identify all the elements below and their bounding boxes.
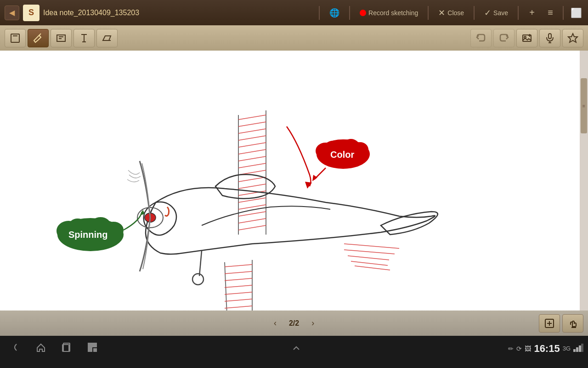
android-home-button[interactable] xyxy=(35,341,47,356)
svg-rect-94 xyxy=(573,349,576,352)
svg-line-40 xyxy=(225,271,252,274)
globe-icon: 🌐 xyxy=(329,8,339,18)
android-nav-center xyxy=(201,342,392,355)
bottom-right-buttons xyxy=(539,314,583,333)
svg-rect-93 xyxy=(96,351,96,351)
svg-rect-95 xyxy=(576,347,578,352)
scroll-thumb[interactable]: ≡ xyxy=(581,78,587,133)
svg-line-2 xyxy=(39,34,41,35)
svg-rect-88 xyxy=(94,344,96,346)
pen-tool-button[interactable] xyxy=(28,29,49,47)
svg-rect-87 xyxy=(89,344,91,346)
favorite-button[interactable] xyxy=(562,29,583,47)
close-icon: ✕ xyxy=(438,8,445,18)
signal-bars xyxy=(573,344,583,353)
svg-marker-17 xyxy=(568,34,577,42)
insert-image-button[interactable] xyxy=(516,29,537,47)
record-sketching-button[interactable]: Record sketching xyxy=(356,7,422,18)
add-page-button[interactable] xyxy=(539,314,560,333)
svg-point-62 xyxy=(192,274,204,285)
svg-line-57 xyxy=(351,261,388,265)
separator xyxy=(428,6,429,20)
android-nav-left xyxy=(0,341,201,356)
svg-line-29 xyxy=(238,177,266,182)
separator xyxy=(563,6,564,20)
svg-line-55 xyxy=(344,250,395,254)
android-nav-bar: ✏ ⟳ 🖼 16:15 3G xyxy=(0,336,588,361)
svg-line-58 xyxy=(355,266,390,270)
svg-line-21 xyxy=(238,122,266,126)
next-page-button[interactable]: › xyxy=(306,316,320,330)
separator xyxy=(319,6,320,20)
clock-display: 16:15 xyxy=(534,343,560,355)
svg-line-26 xyxy=(238,156,266,161)
app-icon: S xyxy=(23,5,40,21)
svg-line-24 xyxy=(238,143,266,147)
add-icon: + xyxy=(529,7,535,18)
save-check-icon: ✓ xyxy=(484,8,491,18)
previous-page-button[interactable]: ‹ xyxy=(268,316,282,330)
svg-rect-90 xyxy=(94,349,95,350)
svg-rect-97 xyxy=(581,344,583,352)
separator xyxy=(518,6,519,20)
svg-rect-0 xyxy=(11,34,19,42)
eraser-tool-button[interactable] xyxy=(96,29,118,47)
svg-line-22 xyxy=(238,129,266,133)
undo-button[interactable] xyxy=(470,29,492,47)
title-bar: ◀ S Idea note_20130409_135203 🌐 Record s… xyxy=(0,0,588,25)
toolbar xyxy=(0,25,588,51)
svg-rect-14 xyxy=(548,34,551,39)
svg-line-27 xyxy=(238,163,266,168)
android-back-button[interactable] xyxy=(9,341,21,356)
sync-icon: ⟳ xyxy=(516,345,522,352)
android-qr-button[interactable] xyxy=(86,341,98,356)
pen-icon: ✏ xyxy=(508,345,514,352)
svg-marker-63 xyxy=(305,182,312,189)
text-tool-button[interactable] xyxy=(74,29,95,47)
menu-icon: ≡ xyxy=(548,7,553,18)
svg-line-43 xyxy=(225,292,252,294)
svg-text:Color: Color xyxy=(330,150,354,160)
globe-button[interactable]: 🌐 xyxy=(326,6,343,20)
svg-line-61 xyxy=(199,251,202,276)
svg-rect-92 xyxy=(94,351,95,351)
page-navigation: ‹ 2/2 › xyxy=(268,316,320,330)
separator xyxy=(474,6,475,20)
scrollbar[interactable]: ≡ xyxy=(580,51,588,310)
page-indicator: 2/2 xyxy=(289,319,299,328)
svg-line-44 xyxy=(225,299,252,301)
finger-tool-button[interactable] xyxy=(562,314,583,333)
svg-line-42 xyxy=(225,285,252,288)
canvas-area[interactable]: Color Spinning ≡ xyxy=(0,51,588,310)
save-button[interactable]: ✓ Save xyxy=(481,6,512,20)
svg-line-45 xyxy=(225,306,252,308)
menu-button[interactable]: ≡ xyxy=(543,6,558,20)
record-dot-icon xyxy=(360,10,366,16)
window-button[interactable]: ⬜ xyxy=(569,6,583,20)
network-type: 3G xyxy=(563,345,571,352)
android-recent-button[interactable] xyxy=(61,341,73,356)
svg-rect-89 xyxy=(89,349,91,351)
svg-line-39 xyxy=(225,264,252,267)
back-button[interactable]: ◀ xyxy=(5,6,19,20)
svg-line-41 xyxy=(225,278,252,281)
svg-line-35 xyxy=(238,218,266,223)
svg-text:Spinning: Spinning xyxy=(68,230,108,240)
close-button[interactable]: ✕ Close xyxy=(435,6,468,20)
add-button[interactable]: + xyxy=(525,6,539,20)
drawing-canvas: Color Spinning xyxy=(0,51,588,310)
image-icon: 🖼 xyxy=(525,345,531,352)
svg-rect-96 xyxy=(579,345,581,352)
microphone-button[interactable] xyxy=(539,29,560,47)
crop-tool-button[interactable] xyxy=(5,29,26,47)
redo-button[interactable] xyxy=(493,29,514,47)
svg-line-30 xyxy=(238,184,266,189)
svg-line-20 xyxy=(238,115,266,120)
svg-line-23 xyxy=(238,136,266,140)
text-box-tool-button[interactable] xyxy=(51,29,72,47)
window-icon: ⬜ xyxy=(571,7,582,18)
svg-line-54 xyxy=(344,244,399,248)
svg-line-25 xyxy=(238,150,266,154)
svg-line-36 xyxy=(238,225,266,230)
svg-line-37 xyxy=(225,262,229,310)
